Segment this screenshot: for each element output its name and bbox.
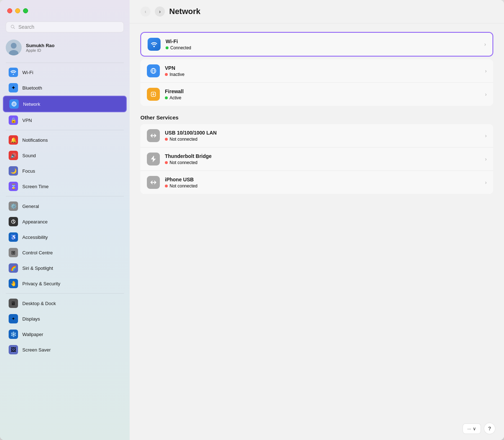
network-item-thunderbolt[interactable]: Thunderbolt Bridge Not connected › xyxy=(140,148,493,171)
nav-back-icon: ‹ xyxy=(145,9,147,14)
sidebar-item-screensaver[interactable]: 🖼 Screen Saver xyxy=(3,342,127,357)
wifi-icon xyxy=(148,38,161,51)
help-button[interactable]: ? xyxy=(484,423,495,434)
more-icon: ··· xyxy=(467,426,471,431)
traffic-lights xyxy=(7,8,28,13)
usb-lan-info: USB 10/100/1000 LAN Not connected xyxy=(165,130,480,142)
sidebar-label-network: Network xyxy=(23,101,40,107)
firewall-status-dot xyxy=(165,96,168,99)
search-box[interactable]: Search xyxy=(6,22,124,32)
sidebar-item-privacy[interactable]: 🤚 Privacy & Security xyxy=(3,276,127,291)
nav-forward-button[interactable]: › xyxy=(155,6,165,17)
sidebar-label-displays: Displays xyxy=(22,316,40,322)
vpn-status: Inactive xyxy=(165,72,480,77)
close-button[interactable] xyxy=(7,8,12,13)
sidebar-item-screentime[interactable]: ⌛ Screen Time xyxy=(3,179,127,194)
wifi-status-dot xyxy=(166,46,168,49)
sidebar-icon-controlcentre: ⊞ xyxy=(9,248,18,257)
sidebar-icon-focus: 🌙 xyxy=(9,166,18,176)
sidebar-item-desktopdock[interactable]: 🖥 Desktop & Dock xyxy=(3,296,127,311)
sidebar-divider-8 xyxy=(6,196,124,196)
other-services-card-group: USB 10/100/1000 LAN Not connected › Thun… xyxy=(140,124,493,194)
vpn-chevron: › xyxy=(485,68,487,74)
network-item-iphone-usb[interactable]: iPhone USB Not connected › xyxy=(140,171,493,194)
sidebar-icon-appearance xyxy=(9,217,18,226)
sidebar-label-general: General xyxy=(22,204,39,209)
network-item-firewall[interactable]: Firewall Active › xyxy=(140,83,493,106)
firewall-status: Active xyxy=(165,95,480,100)
user-info: Sumukh Rao Apple ID xyxy=(26,43,54,53)
sidebar-divider-top xyxy=(6,63,124,63)
other-services-title: Other Services xyxy=(140,109,493,124)
thunderbolt-status-dot xyxy=(165,161,168,164)
vpn-icon xyxy=(147,64,160,77)
sidebar-item-sound[interactable]: 🔊 Sound xyxy=(3,148,127,163)
sidebar-label-wifi: Wi-Fi xyxy=(22,70,33,75)
sidebar-label-screentime: Screen Time xyxy=(22,184,49,189)
vpn-firewall-card-group: VPN Inactive › Firewall Active › xyxy=(140,59,493,106)
nav-back-button[interactable]: ‹ xyxy=(140,6,150,17)
sidebar-label-desktopdock: Desktop & Dock xyxy=(22,301,56,306)
nav-forward-icon: › xyxy=(159,9,161,14)
sidebar-item-wifi[interactable]: Wi-Fi xyxy=(3,65,127,80)
more-options-button[interactable]: ··· ∨ xyxy=(463,423,481,434)
maximize-button[interactable] xyxy=(23,8,28,13)
minimize-button[interactable] xyxy=(15,8,20,13)
firewall-chevron: › xyxy=(485,91,487,97)
sidebar-icon-sound: 🔊 xyxy=(9,151,18,160)
sidebar-item-siri[interactable]: 🌈 Siri & Spotlight xyxy=(3,260,127,276)
usb-lan-name: USB 10/100/1000 LAN xyxy=(165,130,480,136)
sidebar-label-vpn: VPN xyxy=(22,118,32,123)
sidebar-label-sound: Sound xyxy=(22,153,36,158)
sidebar-item-notifications[interactable]: 🔔 Notifications xyxy=(3,132,127,148)
wifi-info: Wi-Fi Connected xyxy=(166,38,479,50)
sidebar-item-wallpaper[interactable]: ❄️ Wallpaper xyxy=(3,327,127,342)
iphone-usb-name: iPhone USB xyxy=(165,177,480,182)
sidebar-icon-siri: 🌈 xyxy=(9,263,18,273)
search-placeholder: Search xyxy=(18,24,34,30)
sidebar-label-screensaver: Screen Saver xyxy=(22,347,51,353)
page-title: Network xyxy=(169,7,201,16)
wifi-chevron: › xyxy=(484,41,486,47)
user-name: Sumukh Rao xyxy=(26,43,54,48)
network-item-usb-lan[interactable]: USB 10/100/1000 LAN Not connected › xyxy=(140,124,493,148)
user-profile[interactable]: Sumukh Rao Apple ID xyxy=(0,37,130,61)
primary-network-cards: Wi-Fi Connected › VPN Inactive › xyxy=(140,32,493,106)
sidebar-icon-accessibility: ♿ xyxy=(9,232,18,242)
sidebar-label-wallpaper: Wallpaper xyxy=(22,332,43,337)
sidebar-icon-network xyxy=(9,99,19,109)
sidebar-item-vpn[interactable]: 🔒 VPN xyxy=(3,113,127,128)
svg-point-7 xyxy=(153,46,155,47)
usb-lan-status: Not connected xyxy=(165,137,480,142)
sidebar-icon-privacy: 🤚 xyxy=(9,279,18,288)
sidebar-divider-14 xyxy=(6,293,124,294)
firewall-info: Firewall Active xyxy=(165,89,480,100)
sidebar-item-network[interactable]: Network xyxy=(3,96,127,112)
sidebar-item-general[interactable]: ⚙️ General xyxy=(3,199,127,214)
thunderbolt-name: Thunderbolt Bridge xyxy=(165,153,480,159)
main-content: ‹ › Network Wi-Fi Conn xyxy=(130,0,504,440)
sidebar-item-appearance[interactable]: Appearance xyxy=(3,214,127,229)
vpn-name: VPN xyxy=(165,65,480,71)
sidebar-item-bluetooth[interactable]: ✦ Bluetooth xyxy=(3,80,127,95)
sidebar-item-controlcentre[interactable]: ⊞ Control Centre xyxy=(3,245,127,260)
user-subtitle: Apple ID xyxy=(26,48,54,53)
network-item-wifi[interactable]: Wi-Fi Connected › xyxy=(141,33,492,56)
network-item-vpn[interactable]: VPN Inactive › xyxy=(140,59,493,83)
wifi-card-group: Wi-Fi Connected › xyxy=(140,32,493,56)
search-container: Search xyxy=(0,19,130,37)
iphone-usb-chevron: › xyxy=(485,180,487,185)
sidebar-item-displays[interactable]: ✦ Displays xyxy=(3,311,127,326)
sidebar-item-focus[interactable]: 🌙 Focus xyxy=(3,163,127,178)
sidebar: Search Sumukh Rao Apple ID xyxy=(0,0,130,440)
sidebar-item-accessibility[interactable]: ♿ Accessibility xyxy=(3,230,127,245)
thunderbolt-chevron: › xyxy=(485,156,487,162)
sidebar-icon-displays: ✦ xyxy=(9,314,18,323)
other-services-cards: USB 10/100/1000 LAN Not connected › Thun… xyxy=(140,124,493,194)
firewall-icon xyxy=(147,88,160,101)
usb-lan-icon xyxy=(147,129,160,142)
sidebar-label-notifications: Notifications xyxy=(22,137,48,143)
svg-point-2 xyxy=(11,43,17,49)
sidebar-icon-general: ⚙️ xyxy=(9,201,18,211)
wifi-status: Connected xyxy=(166,45,479,50)
